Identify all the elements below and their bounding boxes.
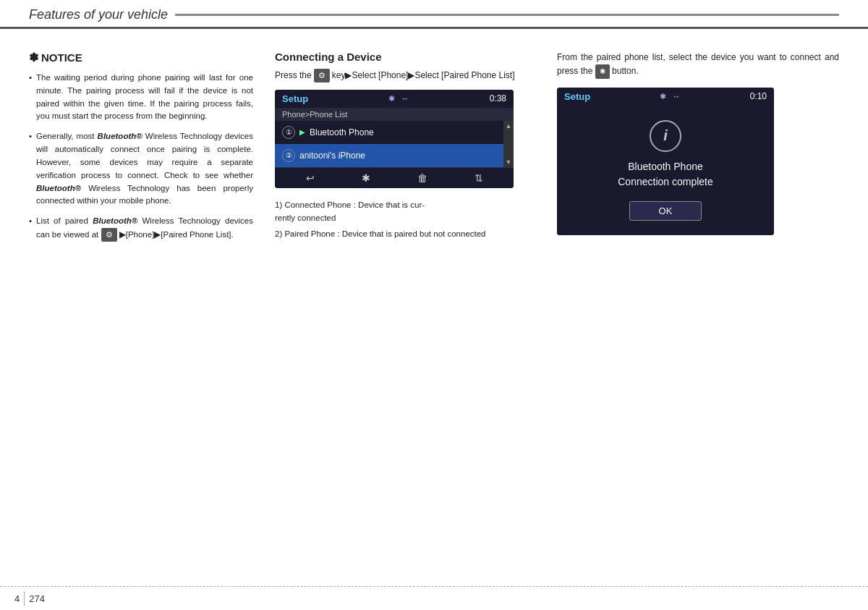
footer-section: 4 — [14, 593, 20, 604]
notice-item-3: List of paired Bluetooth® Wireless Techn… — [29, 215, 253, 242]
bt-icon-right — [600, 65, 605, 78]
setup-time-1: 0:38 — [490, 93, 506, 103]
arrow-icon-2: ↔ — [672, 92, 680, 101]
settings-icon: ⇅ — [475, 172, 483, 184]
desc-suffix: key▶Select [Phone]▶Select [Paired Phone … — [332, 69, 515, 82]
scroll-up-icon: ▲ — [506, 122, 512, 130]
item-num-2: ② — [282, 149, 295, 162]
bluetooth-icon-1: ✱ — [388, 94, 395, 103]
bt-key-button — [595, 64, 610, 79]
annotation-1: 1) Connected Phone : Device that is cur-… — [275, 198, 535, 225]
notice-title: ✽ NOTICE — [29, 51, 253, 64]
notice-list: The waiting period during phone pairing … — [29, 72, 253, 242]
right-desc-suffix: button. — [612, 66, 639, 76]
main-content: ✽ NOTICE The waiting period during phone… — [0, 29, 868, 263]
arrow-icon-1: ↔ — [401, 94, 409, 103]
notice-item-2: Generally, most Bluetooth® Wireless Tech… — [29, 130, 253, 208]
connecting-section: Connecting a Device Press the key▶Select… — [275, 51, 535, 249]
setup-footer-1: ↩ ✱ 🗑 ⇅ — [275, 167, 514, 188]
connection-body: i Bluetooth Phone Connection complete OK — [557, 106, 774, 235]
header-bar: Features of your vehicle — [0, 0, 868, 29]
item-label-2: anitooni's iPhone — [299, 151, 365, 161]
connecting-title: Connecting a Device — [275, 51, 535, 63]
setup-breadcrumb-1: Phone>Phone List — [275, 108, 514, 121]
play-icon-1: ▶ — [299, 128, 305, 136]
connection-line2: Connection complete — [618, 174, 713, 190]
item-label-1: Bluetooth Phone — [310, 127, 374, 137]
ok-button[interactable]: OK — [629, 201, 702, 221]
connection-text: Bluetooth Phone Connection complete — [618, 159, 713, 190]
footer-page: 274 — [29, 593, 45, 604]
info-circle-icon: i — [650, 120, 681, 152]
right-section: From the paired phone list, select the d… — [557, 51, 839, 249]
footer: 4 274 — [0, 586, 868, 610]
connection-line1: Bluetooth Phone — [618, 159, 713, 174]
notice-section: ✽ NOTICE The waiting period during phone… — [29, 51, 253, 249]
info-label: i — [663, 127, 668, 144]
setup-header-2: Setup ✱ ↔ 0:10 — [557, 88, 774, 106]
setup-screen-1: Setup ✱ ↔ 0:38 Phone>Phone List ① ▶ Blue… — [275, 90, 514, 188]
footer-divider — [24, 591, 25, 606]
setup-item-2: ② anitooni's iPhone — [275, 144, 514, 167]
back-icon: ↩ — [306, 172, 315, 184]
item-num-1: ① — [282, 126, 295, 139]
header-title: Features of your vehicle — [29, 7, 168, 22]
scrollbar-1: ▲ ▼ — [503, 121, 514, 167]
notice-star-icon: ✽ — [29, 51, 38, 64]
setup-time-2: 0:10 — [750, 91, 767, 101]
gear-icon-inline — [318, 69, 326, 82]
annotation-list: 1) Connected Phone : Device that is cur-… — [275, 198, 535, 241]
bluetooth-footer-icon: ✱ — [362, 172, 370, 184]
notice-label: NOTICE — [41, 51, 82, 64]
connecting-description: Press the key▶Select [Phone]▶Select [Pai… — [275, 69, 535, 82]
delete-icon: 🗑 — [417, 172, 427, 184]
setup-header-icons-1: ✱ ↔ — [388, 94, 409, 103]
setup-item-1: ① ▶ Bluetooth Phone — [275, 121, 514, 144]
bluetooth-icon-2: ✱ — [660, 92, 666, 101]
setup-header-1: Setup ✱ ↔ 0:38 — [275, 90, 514, 108]
setup-header-icons-2: ✱ ↔ — [660, 92, 680, 101]
setup-key-button — [314, 69, 330, 82]
right-description: From the paired phone list, select the d… — [557, 51, 839, 79]
annotation-2: 2) Paired Phone : Device that is paired … — [275, 227, 535, 240]
desc-prefix: Press the — [275, 69, 312, 82]
setup-items-1: ① ▶ Bluetooth Phone ② anitooni's iPhone … — [275, 121, 514, 167]
setup-screen-2: Setup ✱ ↔ 0:10 i Bluetooth Phone Connect… — [557, 88, 774, 235]
setup-title-1: Setup — [282, 93, 308, 104]
gear-icon — [106, 229, 113, 241]
scroll-down-icon: ▼ — [506, 158, 512, 166]
header-accent-line — [175, 14, 839, 16]
notice-item-1: The waiting period during phone pairing … — [29, 72, 253, 123]
setup-title-2: Setup — [564, 91, 590, 102]
